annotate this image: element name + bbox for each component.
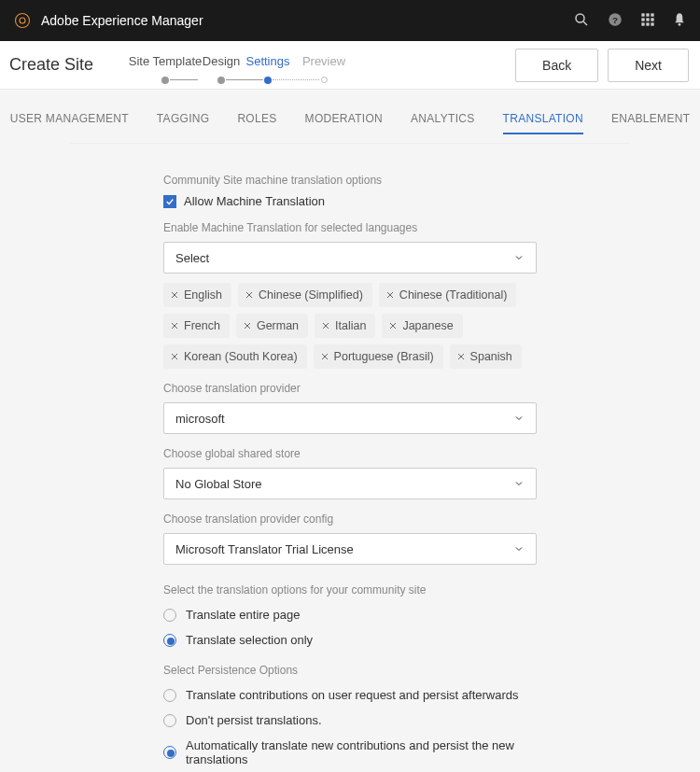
tab-user-management[interactable]: USER MANAGEMENT	[10, 112, 129, 134]
language-chip[interactable]: German	[236, 314, 308, 338]
chip-label: Spanish	[470, 350, 512, 363]
svg-rect-10	[646, 18, 649, 21]
language-chip[interactable]: Chinese (Traditional)	[379, 283, 517, 307]
back-button[interactable]: Back	[515, 49, 598, 82]
svg-point-15	[679, 23, 681, 26]
close-icon	[169, 320, 180, 331]
language-chips: EnglishChinese (Simplified)Chinese (Trad…	[163, 283, 537, 369]
svg-text:?: ?	[612, 14, 618, 24]
svg-point-2	[576, 14, 584, 22]
chip-label: Japanese	[402, 319, 453, 332]
language-chip[interactable]: Italian	[315, 314, 375, 338]
persistence-label: Select Persistence Options	[163, 664, 537, 677]
next-button[interactable]: Next	[608, 49, 689, 82]
config-select[interactable]: Microsoft Translator Trial License	[163, 533, 537, 565]
radio-translate-entire[interactable]: Translate entire page	[163, 608, 537, 622]
wizard-title: Create Site	[7, 55, 123, 75]
app-title: Adobe Experience Manager	[41, 13, 573, 28]
radio-persist-2[interactable]: Don't persist translations.	[163, 713, 537, 727]
svg-rect-13	[646, 22, 649, 25]
apps-icon[interactable]	[640, 12, 655, 30]
provider-label: Choose translation provider	[163, 382, 537, 395]
radio-translate-selection[interactable]: Translate selection only	[163, 633, 537, 647]
chip-label: Chinese (Traditional)	[399, 288, 508, 302]
chevron-down-icon	[513, 413, 525, 424]
svg-rect-11	[651, 18, 653, 21]
help-icon[interactable]: ?	[607, 11, 623, 31]
radio-persist-1[interactable]: Translate contributions on user request …	[163, 688, 537, 702]
tab-moderation[interactable]: MODERATION	[305, 112, 383, 134]
svg-point-0	[16, 14, 30, 28]
radio-icon	[163, 609, 176, 622]
language-chip[interactable]: Portuguese (Brasil)	[314, 344, 443, 369]
content: USER MANAGEMENT TAGGING ROLES MODERATION…	[0, 90, 700, 772]
svg-rect-12	[641, 22, 644, 25]
chip-label: Portuguese (Brasil)	[334, 350, 434, 363]
store-select[interactable]: No Global Store	[163, 468, 537, 499]
svg-rect-7	[646, 13, 649, 16]
language-chip[interactable]: Japanese	[382, 314, 462, 338]
svg-point-1	[20, 18, 25, 23]
chip-label: French	[184, 319, 220, 332]
svg-line-3	[583, 21, 587, 25]
enable-languages-label: Enable Machine Translation for selected …	[163, 221, 537, 234]
radio-icon	[163, 714, 176, 727]
chip-label: Italian	[335, 319, 366, 332]
language-chip[interactable]: French	[163, 314, 230, 338]
tab-analytics[interactable]: ANALYTICS	[411, 112, 475, 134]
close-icon	[455, 351, 467, 362]
provider-select[interactable]: microsoft	[163, 402, 537, 434]
close-icon	[169, 351, 180, 362]
close-icon	[242, 320, 253, 331]
language-chip[interactable]: English	[163, 283, 231, 307]
translate-options-label: Select the translation options for your …	[163, 583, 537, 597]
tab-enablement[interactable]: ENABLEMENT	[611, 112, 690, 134]
radio-checked-icon	[163, 746, 176, 759]
aem-logo-icon	[13, 11, 32, 30]
chevron-down-icon	[513, 252, 525, 263]
top-icons: ?	[573, 11, 687, 31]
settings-tabs: USER MANAGEMENT TAGGING ROLES MODERATION…	[0, 90, 700, 144]
wizard-steps: Site Template Design Settings Preview	[123, 47, 515, 84]
language-chip[interactable]: Spanish	[450, 344, 522, 369]
translation-form: Community Site machine translation optio…	[0, 144, 700, 772]
language-chip[interactable]: Chinese (Simplified)	[238, 283, 372, 307]
options-heading: Community Site machine translation optio…	[163, 174, 537, 187]
radio-persist-3[interactable]: Automatically translate new contribution…	[163, 738, 537, 766]
svg-rect-9	[641, 18, 644, 21]
languages-select[interactable]: Select	[163, 242, 537, 274]
close-icon	[387, 320, 399, 331]
top-bar: Adobe Experience Manager ?	[0, 0, 700, 41]
tab-translation[interactable]: TRANSLATION	[503, 112, 583, 134]
close-icon	[244, 289, 255, 301]
close-icon	[319, 351, 330, 362]
radio-icon	[163, 689, 176, 702]
checkbox-checked-icon	[163, 195, 176, 208]
radio-checked-icon	[163, 634, 176, 647]
chevron-down-icon	[513, 543, 525, 554]
close-icon	[169, 289, 180, 301]
chip-label: English	[184, 288, 222, 302]
wizard-bar: Create Site Site Template Design Setting…	[0, 41, 700, 90]
allow-mt-checkbox[interactable]: Allow Machine Translation	[163, 194, 537, 208]
step-preview[interactable]: Preview	[282, 54, 366, 83]
close-icon	[320, 320, 331, 331]
svg-rect-8	[651, 13, 653, 16]
bell-icon[interactable]	[672, 11, 687, 31]
config-label: Choose translation provider config	[163, 512, 537, 526]
close-icon	[385, 289, 396, 301]
svg-rect-6	[641, 13, 644, 16]
chip-label: German	[257, 319, 299, 332]
chip-label: Korean (South Korea)	[184, 350, 298, 363]
store-label: Choose global shared store	[163, 447, 537, 460]
chevron-down-icon	[513, 478, 525, 489]
tab-tagging[interactable]: TAGGING	[157, 112, 210, 134]
tab-roles[interactable]: ROLES	[237, 112, 276, 134]
language-chip[interactable]: Korean (South Korea)	[163, 344, 307, 369]
allow-mt-label: Allow Machine Translation	[184, 194, 325, 208]
svg-rect-14	[651, 22, 653, 25]
chip-label: Chinese (Simplified)	[259, 288, 363, 302]
search-icon[interactable]	[573, 11, 590, 31]
